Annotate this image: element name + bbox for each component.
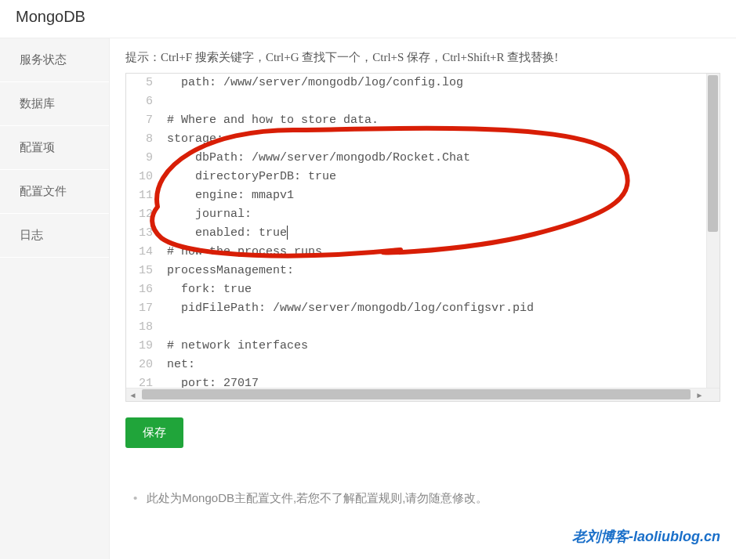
line-number: 6 xyxy=(126,92,153,111)
code-line[interactable]: dbPath: /www/server/mongodb/Rocket.Chat xyxy=(167,149,720,168)
code-line[interactable]: enabled: true xyxy=(167,224,720,243)
sidebar-item-status[interactable]: 服务状态 xyxy=(0,38,109,82)
line-number: 10 xyxy=(126,168,153,186)
main-container: 服务状态 数据库 配置项 配置文件 日志 提示：Ctrl+F 搜索关键字，Ctr… xyxy=(0,38,736,559)
vertical-scrollbar[interactable] xyxy=(706,74,720,388)
line-number: 18 xyxy=(126,318,153,337)
horizontal-scrollbar[interactable]: ◄ ► xyxy=(126,388,720,401)
text-cursor xyxy=(287,226,288,240)
code-line[interactable]: # Where and how to store data. xyxy=(167,111,720,130)
line-number: 5 xyxy=(126,74,153,92)
line-number: 7 xyxy=(126,111,153,130)
sidebar-item-config-options[interactable]: 配置项 xyxy=(0,126,109,170)
line-number: 15 xyxy=(126,262,153,280)
footer-note: 此处为MongoDB主配置文件,若您不了解配置规则,请勿随意修改。 xyxy=(125,491,720,506)
sidebar-item-logs[interactable]: 日志 xyxy=(0,214,109,258)
code-line[interactable]: pidFilePath: /www/server/mongodb/log/con… xyxy=(167,299,720,318)
page-title: MongoDB xyxy=(16,8,720,26)
code-line[interactable]: storage: xyxy=(167,130,720,149)
content-area: 提示：Ctrl+F 搜索关键字，Ctrl+G 查找下一个，Ctrl+S 保存，C… xyxy=(110,38,736,559)
vertical-scrollbar-thumb[interactable] xyxy=(708,75,718,232)
code-line[interactable]: net: xyxy=(167,356,720,374)
line-number: 19 xyxy=(126,337,153,356)
line-number: 14 xyxy=(126,243,153,262)
line-number: 8 xyxy=(126,130,153,149)
code-line[interactable] xyxy=(167,318,720,337)
line-number: 11 xyxy=(126,186,153,205)
sidebar-item-config-file[interactable]: 配置文件 xyxy=(0,170,109,214)
save-button[interactable]: 保存 xyxy=(125,417,183,448)
sidebar-item-label: 配置项 xyxy=(20,140,55,154)
code-line[interactable] xyxy=(167,92,720,111)
line-number: 13 xyxy=(126,224,153,243)
code-line[interactable]: # how the process runs xyxy=(167,243,720,262)
app-header: MongoDB xyxy=(0,0,736,38)
sidebar-item-database[interactable]: 数据库 xyxy=(0,82,109,126)
sidebar-item-label: 服务状态 xyxy=(20,52,67,66)
scroll-left-arrow-icon[interactable]: ◄ xyxy=(126,388,140,402)
sidebar-item-label: 数据库 xyxy=(20,96,55,110)
code-line[interactable]: # network interfaces xyxy=(167,337,720,356)
line-number: 20 xyxy=(126,356,153,374)
code-line[interactable]: directoryPerDB: true xyxy=(167,168,720,186)
line-number: 12 xyxy=(126,205,153,224)
code-line[interactable]: engine: mmapv1 xyxy=(167,186,720,205)
line-number: 17 xyxy=(126,299,153,318)
watermark: 老刘博客-laoliublog.cn xyxy=(572,527,720,546)
hint-text: 提示：Ctrl+F 搜索关键字，Ctrl+G 查找下一个，Ctrl+S 保存，C… xyxy=(125,50,720,65)
scroll-right-arrow-icon[interactable]: ► xyxy=(693,388,706,402)
line-number: 16 xyxy=(126,280,153,299)
code-line[interactable]: journal: xyxy=(167,205,720,224)
sidebar-item-label: 配置文件 xyxy=(20,184,67,197)
sidebar: 服务状态 数据库 配置项 配置文件 日志 xyxy=(0,38,110,559)
code-line[interactable]: path: /www/server/mongodb/log/config.log xyxy=(167,74,720,92)
sidebar-item-label: 日志 xyxy=(20,228,43,241)
code-line[interactable]: fork: true xyxy=(167,280,720,299)
code-line[interactable]: processManagement: xyxy=(167,262,720,280)
code-text-area[interactable]: path: /www/server/mongodb/log/config.log… xyxy=(159,74,720,393)
horizontal-scrollbar-thumb[interactable] xyxy=(142,389,691,399)
code-editor[interactable]: 56789101112131415161718192021 path: /www… xyxy=(125,73,720,402)
line-number-gutter: 56789101112131415161718192021 xyxy=(126,74,159,393)
line-number: 9 xyxy=(126,149,153,168)
